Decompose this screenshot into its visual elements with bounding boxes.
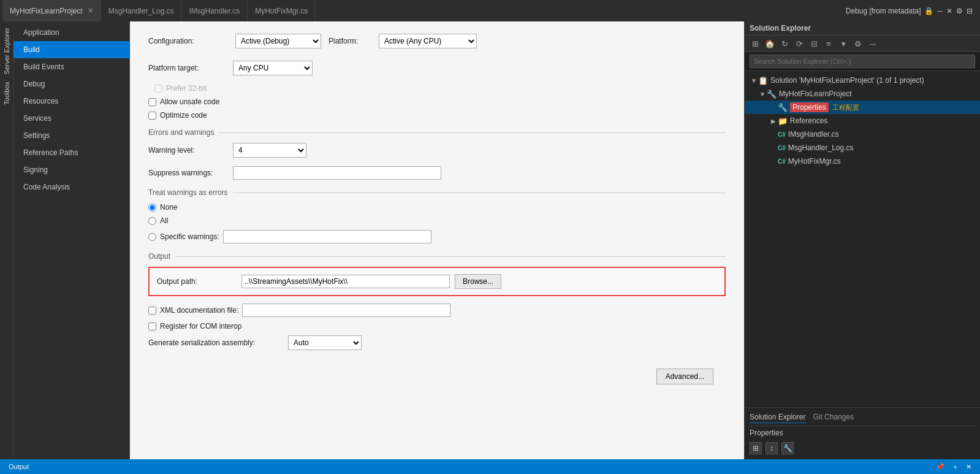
suppress-warnings-input[interactable] bbox=[233, 166, 441, 180]
optimize-checkbox[interactable] bbox=[148, 112, 156, 120]
debug-close-icon[interactable]: ✕ bbox=[946, 7, 952, 15]
nav-item-debug[interactable]: Debug bbox=[13, 75, 129, 93]
nav-item-application[interactable]: Application bbox=[13, 24, 129, 41]
status-pin-icon[interactable]: 📌 bbox=[932, 463, 948, 471]
platform-target-select[interactable]: Any CPU bbox=[233, 61, 313, 75]
msghandler-log-label: MsgHandler_Log.cs bbox=[788, 143, 854, 152]
debug-minimize-icon[interactable]: ─ bbox=[937, 7, 943, 15]
myhotfixmgr-icon: C# bbox=[778, 158, 786, 165]
allow-unsafe-label: Allow unsafe code bbox=[160, 97, 219, 106]
tab-project[interactable]: MyHotFixLearnProject ✕ bbox=[2, 0, 101, 21]
none-radio[interactable] bbox=[148, 204, 156, 212]
com-interop-row: Register for COM interop bbox=[148, 322, 726, 331]
tab-myhotfixmgr-label: MyHotFixMgr.cs bbox=[255, 7, 308, 15]
toolbar-icon-grid[interactable]: ⊞ bbox=[750, 38, 761, 49]
tree-imsghandler[interactable]: C# IMsgHandler.cs bbox=[745, 128, 980, 141]
nav-item-build-events[interactable]: Build Events bbox=[13, 58, 129, 75]
toolbar-icon-home[interactable]: 🏠 bbox=[764, 38, 775, 49]
tab-solution-explorer[interactable]: Solution Explorer bbox=[750, 413, 805, 423]
tab-close-project[interactable]: ✕ bbox=[88, 7, 93, 15]
toolbar-icon-refresh[interactable]: ⟳ bbox=[794, 38, 805, 49]
advanced-button[interactable]: Advanced... bbox=[656, 369, 713, 384]
platform-target-row: Platform target: Any CPU bbox=[148, 61, 726, 75]
props-grid-icon[interactable]: ⊞ bbox=[750, 442, 762, 454]
nav-item-build[interactable]: Build bbox=[13, 41, 129, 58]
com-interop-label: Register for COM interop bbox=[160, 322, 241, 331]
output-path-input[interactable] bbox=[241, 275, 450, 288]
xml-doc-checkbox[interactable] bbox=[148, 307, 156, 315]
title-bar: MyHotFixLearnProject ✕ MsgHandler_Log.cs… bbox=[0, 0, 980, 21]
nav-item-services[interactable]: Services bbox=[13, 110, 129, 127]
project-icon: 🔧 bbox=[767, 90, 777, 99]
project-collapse-arrow[interactable]: ▼ bbox=[758, 91, 767, 97]
errors-warnings-divider: Errors and warnings bbox=[148, 128, 726, 137]
tab-imsghandler[interactable]: IMsgHandler.cs bbox=[181, 0, 248, 21]
tree-solution[interactable]: ▼ 📋 Solution 'MyHotFixLearnProject' (1 o… bbox=[745, 74, 980, 87]
warning-level-select[interactable]: 4 bbox=[233, 143, 306, 158]
platform-select[interactable]: Active (Any CPU) bbox=[379, 34, 477, 48]
status-close-icon[interactable]: ✕ bbox=[962, 463, 975, 471]
allow-unsafe-checkbox[interactable] bbox=[148, 98, 156, 106]
props-filter-icon[interactable]: 🔧 bbox=[781, 442, 794, 454]
msghandler-log-icon: C# bbox=[778, 145, 786, 151]
toolbar-icon-collapse[interactable]: ⊟ bbox=[808, 38, 819, 49]
properties-label: Properties bbox=[790, 102, 829, 112]
xml-doc-input[interactable] bbox=[242, 304, 450, 317]
props-toolbar: ⊞ ↕ 🔧 bbox=[750, 440, 975, 457]
com-interop-checkbox[interactable] bbox=[148, 323, 156, 331]
treat-warnings-title: Treat warnings as errors bbox=[148, 188, 228, 197]
nav-item-settings[interactable]: Settings bbox=[13, 127, 129, 144]
all-radio-row: All bbox=[148, 216, 726, 225]
platform-target-label: Platform target: bbox=[148, 64, 228, 72]
toolbar-icon-sync[interactable]: ↻ bbox=[779, 38, 790, 49]
toolbar-icon-minus[interactable]: ─ bbox=[867, 38, 878, 49]
specific-warnings-input[interactable] bbox=[223, 230, 431, 243]
all-radio[interactable] bbox=[148, 217, 156, 225]
debug-expand-icon[interactable]: ⊟ bbox=[967, 7, 973, 15]
solution-collapse-arrow[interactable]: ▼ bbox=[750, 77, 758, 84]
generate-serial-select[interactable]: Auto bbox=[288, 335, 362, 350]
references-arrow[interactable]: ▶ bbox=[769, 118, 778, 124]
warning-level-label: Warning level: bbox=[148, 146, 228, 155]
platform-label: Platform: bbox=[329, 37, 371, 45]
properties-icon: 🔧 bbox=[778, 103, 788, 112]
tab-myhotfixmgr[interactable]: MyHotFixMgr.cs bbox=[248, 0, 316, 21]
status-output: Output bbox=[5, 463, 32, 470]
config-select[interactable]: Active (Debug) bbox=[235, 34, 321, 48]
solution-explorer-header: Solution Explorer bbox=[745, 21, 980, 36]
tab-msghandler-log-label: MsgHandler_Log.cs bbox=[108, 7, 174, 15]
tab-git-changes[interactable]: Git Changes bbox=[813, 413, 854, 423]
tab-msghandler-log[interactable]: MsgHandler_Log.cs bbox=[101, 0, 182, 21]
nav-item-resources[interactable]: Resources bbox=[13, 93, 129, 110]
nav-item-code-analysis[interactable]: Code Analysis bbox=[13, 178, 129, 196]
treat-warnings-divider: Treat warnings as errors bbox=[148, 188, 726, 197]
prefer32-checkbox[interactable] bbox=[154, 85, 162, 93]
tree-references[interactable]: ▶ 📁 References bbox=[745, 114, 980, 128]
tree-msghandler-log[interactable]: C# MsgHandler_Log.cs bbox=[745, 141, 980, 155]
tree-project[interactable]: ▼ 🔧 MyHotFixLearnProject bbox=[745, 87, 980, 101]
debug-lock-icon: 🔒 bbox=[924, 7, 933, 15]
nav-item-signing[interactable]: Signing bbox=[13, 161, 129, 178]
none-label: None bbox=[160, 203, 178, 212]
solution-label: Solution 'MyHotFixLearnProject' (1 of 1 … bbox=[770, 76, 924, 85]
tree-myhotfixmgr[interactable]: C# MyHotFixMgr.cs bbox=[745, 155, 980, 168]
toolbox-label[interactable]: Toolbox bbox=[3, 78, 10, 109]
toolbar-icon-settings[interactable]: ⚙ bbox=[853, 38, 864, 49]
debug-settings-icon[interactable]: ⚙ bbox=[956, 7, 963, 15]
errors-warnings-title: Errors and warnings bbox=[148, 128, 214, 137]
toolbar-icon-more[interactable]: ▾ bbox=[838, 38, 849, 49]
browse-button[interactable]: Browse... bbox=[455, 274, 501, 289]
server-explorer-label[interactable]: Server Explorer bbox=[3, 24, 10, 78]
nav-item-reference-paths[interactable]: Reference Paths bbox=[13, 144, 129, 161]
specific-radio[interactable] bbox=[148, 233, 156, 241]
status-plus-icon[interactable]: ＋ bbox=[948, 462, 962, 472]
output-section: Output path: Browse... bbox=[148, 267, 726, 296]
search-input[interactable] bbox=[750, 55, 975, 68]
solution-explorer-toolbar: ⊞ 🏠 ↻ ⟳ ⊟ ≡ ▾ ⚙ ─ bbox=[745, 36, 980, 52]
solution-tree: ▼ 📋 Solution 'MyHotFixLearnProject' (1 o… bbox=[745, 71, 980, 407]
tree-properties[interactable]: 🔧 Properties 工程配置 bbox=[745, 101, 980, 114]
toolbar-icon-list[interactable]: ≡ bbox=[823, 38, 834, 49]
solution-explorer-title: Solution Explorer bbox=[750, 24, 811, 32]
suppress-warnings-label: Suppress warnings: bbox=[148, 169, 228, 177]
props-sort-icon[interactable]: ↕ bbox=[765, 442, 778, 454]
